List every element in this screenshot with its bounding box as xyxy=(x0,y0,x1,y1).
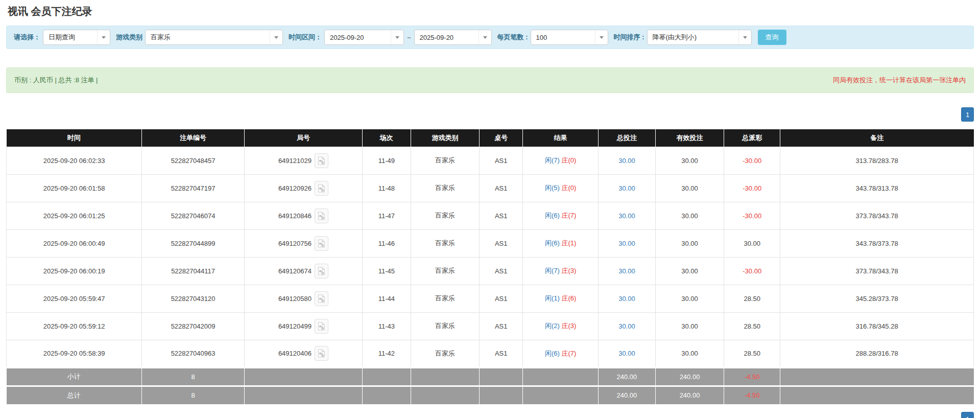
video-replay-icon xyxy=(318,267,325,275)
cell-table-no: AS1 xyxy=(480,174,523,202)
cell-game-type: 百家乐 xyxy=(411,285,479,312)
result-player: 闲(7) xyxy=(545,267,560,274)
result-player: 闲(1) xyxy=(545,294,560,302)
cell-total-bet[interactable]: 30.00 xyxy=(599,229,656,257)
payout-value: 30.00 xyxy=(744,240,760,247)
cell-result: 闲(7) 庄(0) xyxy=(523,147,599,174)
cell-remark: 345.28/373.78 xyxy=(780,285,974,312)
result-player: 闲(2) xyxy=(545,322,560,330)
cell-table-no: AS1 xyxy=(480,202,523,229)
payout-value: -30.00 xyxy=(743,267,761,275)
cell-total-bet[interactable]: 30.00 xyxy=(599,340,656,367)
total-bet-link[interactable]: 30.00 xyxy=(618,212,635,220)
pagination-bottom: 1 xyxy=(6,412,974,418)
cell-time: 2025-09-20 05:59:47 xyxy=(7,285,142,312)
cell-total-bet[interactable]: 30.00 xyxy=(599,174,656,202)
result-banker: 庄(7) xyxy=(562,212,577,219)
cell-game-type: 百家乐 xyxy=(411,312,479,340)
query-type-select[interactable]: 日期查询 xyxy=(43,30,110,45)
cell-sum-empty xyxy=(411,367,479,386)
cell-session: 11-47 xyxy=(362,202,411,229)
video-replay-icon xyxy=(318,212,325,220)
cell-total-bet[interactable]: 30.00 xyxy=(599,312,656,340)
cell-session: 11-45 xyxy=(362,257,411,285)
result-player: 闲(6) xyxy=(545,212,560,219)
round-id-text: 649120756 xyxy=(278,240,312,247)
cell-valid-bet: 30.00 xyxy=(655,174,724,202)
cell-bet-id: 522827043120 xyxy=(142,285,245,312)
total-bet-link[interactable]: 30.00 xyxy=(618,157,635,165)
cell-bet-id: 522827048457 xyxy=(142,147,245,174)
payout-value: -30.00 xyxy=(743,157,761,165)
video-replay-icon xyxy=(318,239,325,248)
cell-bet-id: 522827047197 xyxy=(142,174,245,202)
cell-game-type: 百家乐 xyxy=(411,229,479,257)
chevron-down-icon[interactable] xyxy=(97,30,110,44)
search-button[interactable]: 查询 xyxy=(758,30,786,45)
total-bet-link[interactable]: 30.00 xyxy=(618,322,635,330)
cell-result: 闲(6) 庄(7) xyxy=(523,202,599,229)
video-replay-button[interactable] xyxy=(315,264,328,278)
cell-sum-total-bet: 240.00 xyxy=(599,386,656,404)
date-from-select[interactable]: 2025-09-20 xyxy=(324,30,404,45)
video-replay-button[interactable] xyxy=(315,319,328,334)
total-bet-link[interactable]: 30.00 xyxy=(618,184,635,192)
chevron-down-icon[interactable] xyxy=(738,30,751,44)
video-replay-icon xyxy=(318,322,325,331)
cell-bet-id: 522827040963 xyxy=(142,340,245,367)
chevron-down-icon[interactable] xyxy=(479,30,491,44)
column-header-valid-bet: 有效投注 xyxy=(655,129,724,147)
cell-valid-bet: 30.00 xyxy=(655,147,724,174)
cell-sum-empty xyxy=(523,386,599,404)
currency-summary-text: 币别 : 人民币 | 总共 :8 注单 | xyxy=(14,76,98,85)
video-replay-button[interactable] xyxy=(315,208,328,223)
subtotal-row: 小计8240.00240.00-4.50 xyxy=(7,367,974,386)
page-size-label: 每页笔数 : xyxy=(497,33,528,42)
column-header-session: 场次 xyxy=(362,129,411,147)
game-type-select[interactable]: 百家乐 xyxy=(145,30,283,45)
cell-time: 2025-09-20 06:01:25 xyxy=(7,202,142,229)
chevron-down-icon[interactable] xyxy=(391,30,403,44)
page-1-button[interactable]: 1 xyxy=(961,107,974,122)
round-id-text: 649121029 xyxy=(278,157,312,165)
betting-records-table: 时间注单编号局号场次游戏类别桌号结果总投注有效投注总派彩备注 2025-09-2… xyxy=(6,129,974,404)
page-1-button[interactable]: 1 xyxy=(961,412,974,418)
cell-game-type: 百家乐 xyxy=(411,257,479,285)
video-replay-button[interactable] xyxy=(315,181,328,196)
cell-total-bet[interactable]: 30.00 xyxy=(599,202,656,229)
cell-game-type: 百家乐 xyxy=(411,147,479,174)
chevron-down-icon[interactable] xyxy=(270,30,282,44)
total-bet-link[interactable]: 30.00 xyxy=(618,240,635,247)
sort-order-value: 降幂(由大到小) xyxy=(648,30,738,44)
video-replay-button[interactable] xyxy=(315,346,328,361)
result-player: 闲(7) xyxy=(545,156,560,164)
cell-total-bet[interactable]: 30.00 xyxy=(599,147,656,174)
game-type-value: 百家乐 xyxy=(146,30,270,44)
filter-bar: 请选择： 日期查询 游戏类别 百家乐 时间区间： 2025-09-20 ~ 20… xyxy=(6,26,974,49)
cell-round-id: 649120580 xyxy=(244,285,362,312)
result-player: 闲(5) xyxy=(545,184,560,192)
cell-total-bet[interactable]: 30.00 xyxy=(599,285,656,312)
cell-result: 闲(2) 庄(3) xyxy=(523,312,599,340)
total-bet-link[interactable]: 30.00 xyxy=(618,295,635,303)
cell-remark: 343.78/373.78 xyxy=(780,229,974,257)
cell-result: 闲(7) 庄(3) xyxy=(523,257,599,285)
cell-bet-id: 522827046074 xyxy=(142,202,245,229)
cell-sum-empty xyxy=(480,367,523,386)
page-size-select[interactable]: 100 xyxy=(531,30,608,45)
video-replay-button[interactable] xyxy=(315,236,328,251)
video-replay-button[interactable] xyxy=(315,153,328,168)
cell-total-bet[interactable]: 30.00 xyxy=(599,257,656,285)
total-bet-link[interactable]: 30.00 xyxy=(618,267,635,275)
sort-order-select[interactable]: 降幂(由大到小) xyxy=(647,30,752,45)
cell-table-no: AS1 xyxy=(480,312,523,340)
table-row: 2025-09-20 05:59:12522827042009649120499… xyxy=(7,312,974,340)
cell-result: 闲(1) 庄(6) xyxy=(523,285,599,312)
cell-payout: 28.50 xyxy=(724,340,780,367)
cell-sum-remark xyxy=(780,386,974,404)
table-row: 2025-09-20 06:01:58522827047197649120926… xyxy=(7,174,974,202)
date-to-select[interactable]: 2025-09-20 xyxy=(414,30,492,45)
chevron-down-icon[interactable] xyxy=(595,30,608,44)
total-bet-link[interactable]: 30.00 xyxy=(618,350,635,357)
video-replay-button[interactable] xyxy=(315,291,328,306)
